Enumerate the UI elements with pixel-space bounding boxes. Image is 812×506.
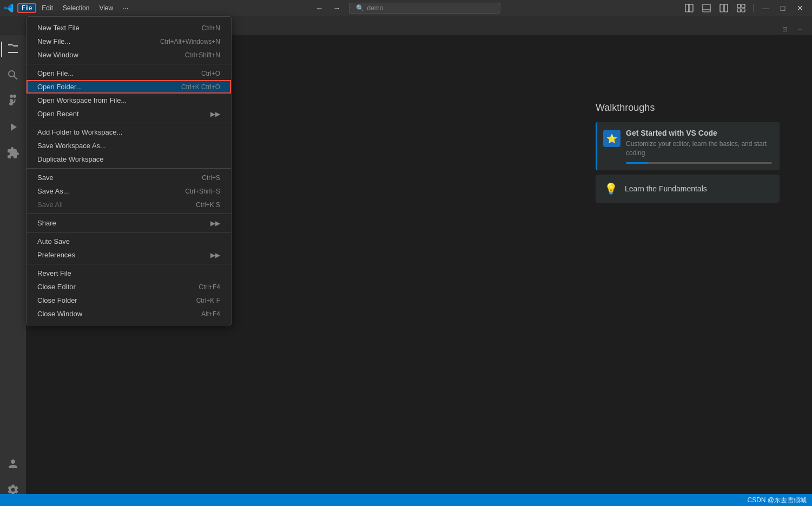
menu-selection[interactable]: Selection [58,3,94,13]
more-actions-btn[interactable]: ··· [793,24,808,35]
menu-revert-file[interactable]: Revert File [27,267,231,280]
layout-btn[interactable] [734,3,749,14]
menu-open-recent[interactable]: Open Recent ▶ [27,107,231,121]
get-started-content: Get Started with VS Code Customize your … [626,129,772,164]
menu-preferences-arrow: ▶ [210,251,220,259]
menu-open-file[interactable]: Open File... Ctrl+O [27,66,231,80]
walkthrough-title: Walkthroughs [596,102,780,114]
menu-auto-save[interactable]: Auto Save [27,235,231,248]
menu-open-workspace-label: Open Workspace from File... [37,96,127,104]
welcome-right: Walkthroughs ⭐ Get Started with VS Code … [596,102,780,240]
menu-duplicate-workspace-label: Duplicate Workspace [37,155,104,163]
svg-rect-4 [720,4,723,12]
menu-preferences-label: Preferences [37,251,75,259]
svg-rect-8 [737,9,741,12]
get-started-desc: Customize your editor, learn the basics,… [626,139,772,158]
menu-new-text-file-shortcut: Ctrl+N [202,24,220,32]
menu-save-all-shortcut: Ctrl+K S [196,201,220,209]
activity-search[interactable] [1,63,25,87]
title-bar: File Edit Selection View ··· ← → 🔍 demo … [0,0,812,16]
menu-save-workspace[interactable]: Save Workspace As... [27,139,231,152]
menu-new-text-file-label: New Text File [37,24,80,32]
status-text: CSDN @东去雪倾城 [747,496,807,505]
activity-extensions[interactable] [1,141,25,165]
menu-share-arrow: ▶ [210,219,220,227]
menu-new-file[interactable]: New File... Ctrl+Alt+Windows+N [27,35,231,48]
toggle-panel-btn[interactable] [699,3,714,14]
menu-new-window[interactable]: New Window Ctrl+Shift+N [27,48,231,62]
svg-rect-1 [689,4,693,12]
get-started-header: ⭐ Get Started with VS Code Customize you… [603,129,772,164]
menu-save-workspace-label: Save Workspace As... [37,142,106,150]
menu-close-editor-shortcut: Ctrl+F4 [199,283,220,291]
menu-close-editor[interactable]: Close Editor Ctrl+F4 [27,280,231,294]
menu-section-4: Save Ctrl+S Save As... Ctrl+Shift+S Save… [27,169,231,214]
menu-more[interactable]: ··· [118,3,133,13]
menu-save[interactable]: Save Ctrl+S [27,171,231,184]
menu-open-folder[interactable]: Open Folder... Ctrl+K Ctrl+O [27,80,231,94]
search-icon: 🔍 [356,4,364,12]
menu-section-3: Add Folder to Workspace... Save Workspac… [27,123,231,169]
svg-rect-2 [703,4,710,12]
menu-new-text-file[interactable]: New Text File Ctrl+N [27,21,231,35]
menu-section-1: New Text File Ctrl+N New File... Ctrl+Al… [27,19,231,64]
fundamentals-card[interactable]: 💡 Learn the Fundamentals [596,175,780,203]
activity-account[interactable] [1,452,25,476]
menu-add-folder[interactable]: Add Folder to Workspace... [27,125,231,139]
split-editor-btn[interactable]: ⊡ [777,24,793,35]
menu-new-file-label: New File... [37,37,70,45]
toggle-editor-btn[interactable] [716,3,731,14]
activity-source-control[interactable] [1,89,25,113]
fundamentals-inner: 💡 Learn the Fundamentals [603,181,772,196]
vscode-icon [4,3,14,13]
menu-open-recent-label: Open Recent [37,110,79,118]
title-right: — □ ✕ [682,3,808,14]
nav-forward[interactable]: → [329,3,345,14]
nav-back[interactable]: ← [312,3,327,14]
svg-rect-0 [685,4,689,12]
maximize-btn[interactable]: □ [775,3,790,14]
menu-view[interactable]: View [95,3,117,13]
menu-close-window[interactable]: Close Window Alt+F4 [27,307,231,321]
activity-run[interactable] [1,115,25,139]
title-bar-left: File Edit Selection View ··· [4,3,133,13]
menu-open-recent-arrow: ▶ [210,110,220,118]
menu-save-label: Save [37,174,54,182]
menu-save-as[interactable]: Save As... Ctrl+Shift+S [27,184,231,198]
menu-open-folder-shortcut: Ctrl+K Ctrl+O [181,83,220,91]
tab-right-controls: ⊡ ··· [777,24,812,35]
menu-auto-save-label: Auto Save [37,237,70,245]
menu-close-folder[interactable]: Close Folder Ctrl+K F [27,294,231,307]
menu-new-file-shortcut: Ctrl+Alt+Windows+N [160,38,220,45]
search-bar[interactable]: 🔍 demo [349,3,500,14]
menu-open-folder-label: Open Folder... [37,83,82,91]
star-icon: ⭐ [603,130,620,147]
close-btn[interactable]: ✕ [793,3,808,14]
menu-open-workspace[interactable]: Open Workspace from File... [27,94,231,107]
activity-explorer[interactable] [1,37,25,61]
menu-save-as-shortcut: Ctrl+Shift+S [185,188,220,195]
menu-edit[interactable]: Edit [37,3,57,13]
menu-file[interactable]: File [17,3,36,13]
menu-close-folder-shortcut: Ctrl+K F [196,297,220,304]
fundamentals-title: Learn the Fundamentals [625,184,707,193]
menu-share[interactable]: Share ▶ [27,216,231,230]
menu-section-6: Auto Save Preferences ▶ [27,232,231,264]
menu-add-folder-label: Add Folder to Workspace... [37,128,122,136]
svg-rect-7 [742,4,745,8]
get-started-card[interactable]: ⭐ Get Started with VS Code Customize you… [596,122,780,170]
progress-fill [626,162,648,164]
menu-preferences[interactable]: Preferences ▶ [27,248,231,262]
minimize-btn[interactable]: — [758,3,773,14]
svg-rect-9 [742,9,745,12]
search-text: demo [367,4,384,12]
menu-duplicate-workspace[interactable]: Duplicate Workspace [27,152,231,166]
menu-save-all-label: Save All [37,201,63,209]
menu-share-label: Share [37,219,56,227]
activity-bar [0,35,26,506]
toggle-sidebar-btn[interactable] [682,3,697,14]
menu-save-all: Save All Ctrl+K S [27,198,231,211]
bulb-icon: 💡 [603,181,618,196]
menu-section-7: Revert File Close Editor Ctrl+F4 Close F… [27,264,231,323]
menu-revert-file-label: Revert File [37,269,71,277]
